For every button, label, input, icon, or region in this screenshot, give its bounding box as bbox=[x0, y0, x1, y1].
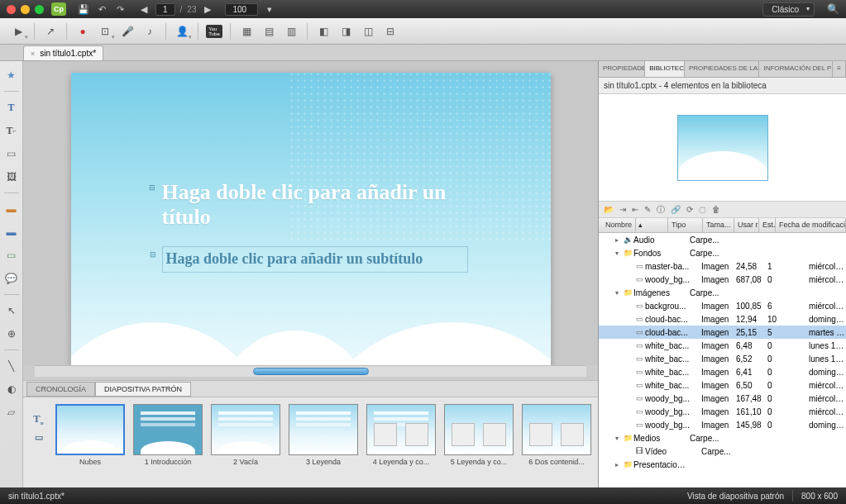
filmstrip-item[interactable]: 3 Leyenda bbox=[289, 404, 358, 481]
col-type[interactable]: Tipo bbox=[668, 218, 703, 232]
close-window-icon[interactable] bbox=[7, 5, 16, 14]
prev-page-icon[interactable]: ◀ bbox=[137, 2, 151, 16]
library-row[interactable]: ▭cloud-bac...Imagen25,155martes 24 de ab… bbox=[599, 326, 846, 339]
library-row[interactable]: ▭woody_bg...Imagen145,980domingo 22 de a… bbox=[599, 418, 846, 431]
text-entry-tool-icon[interactable]: T⌐ bbox=[2, 121, 21, 140]
smart-shape-tool-icon[interactable]: ▱ bbox=[2, 403, 21, 421]
library-row[interactable]: ▸📁Presentaciones bbox=[599, 458, 846, 471]
tab-project-info[interactable]: INFORMACIÓN DEL PROY bbox=[759, 61, 833, 77]
col-use[interactable]: Usar r... bbox=[734, 218, 759, 232]
library-row[interactable]: ▭woody_bg...Imagen167,480miércoles 18 de… bbox=[599, 392, 846, 405]
library-row[interactable]: ▾📁ImágenesCarpe... bbox=[599, 286, 846, 299]
filmstrip-item[interactable]: 6 Dos contenid... bbox=[522, 404, 591, 481]
subtitle-placeholder[interactable]: ⊟ Haga doble clic para añadir un subtítu… bbox=[162, 246, 468, 273]
filmstrip-thumbnail[interactable] bbox=[444, 404, 514, 455]
import-icon[interactable]: ⇥ bbox=[619, 205, 626, 214]
zoom-field[interactable]: 100 bbox=[225, 3, 258, 16]
mouse-tool-icon[interactable]: ↖ bbox=[2, 302, 21, 320]
library-row[interactable]: ▭woody_bg...Imagen687,080miércoles 18 de… bbox=[599, 273, 846, 286]
filmstrip-thumbnail[interactable] bbox=[522, 404, 591, 455]
align-center-button[interactable]: ◫ bbox=[358, 21, 378, 41]
publish-button[interactable]: ↗ bbox=[41, 21, 60, 41]
line-tool-icon[interactable]: ╲ bbox=[2, 357, 21, 375]
edit-icon[interactable]: ✎ bbox=[644, 205, 651, 214]
highlight-tool-icon[interactable]: ▬ bbox=[2, 200, 21, 218]
tab-library[interactable]: BIBLIOTECA bbox=[645, 61, 685, 77]
text-caption-tool-icon[interactable]: T bbox=[2, 98, 21, 116]
click-box-tool-icon[interactable]: ▬ bbox=[2, 223, 21, 241]
library-row[interactable]: ▾📁FondosCarpe... bbox=[599, 246, 846, 259]
library-row[interactable]: 🎞VídeoCarpe... bbox=[599, 445, 846, 458]
image-tool-icon[interactable]: 🖼 bbox=[2, 168, 21, 186]
library-row[interactable]: ▭cloud-bac...Imagen12,9410domingo 22 de … bbox=[599, 312, 846, 326]
text-insert-icon[interactable]: T» bbox=[33, 412, 44, 427]
col-date[interactable]: Fecha de modificación bbox=[776, 218, 846, 232]
library-row[interactable]: ▭woody_bg...Imagen161,100miércoles 25 de… bbox=[599, 405, 846, 418]
twist-icon[interactable]: ▾ bbox=[612, 289, 622, 297]
record-screen-button[interactable]: ⊡ bbox=[95, 21, 115, 41]
col-size[interactable]: Tama... bbox=[703, 218, 734, 232]
align-back-button[interactable]: ◨ bbox=[336, 21, 356, 41]
preview-button[interactable]: ▶ bbox=[8, 21, 28, 41]
text-anim-tool-icon[interactable]: 💬 bbox=[2, 269, 21, 288]
library-row[interactable]: ▭white_bac...Imagen6,480lunes 16 de abri… bbox=[599, 339, 846, 352]
filmstrip-thumbnail[interactable] bbox=[211, 404, 280, 455]
horizontal-scrollbar[interactable] bbox=[35, 365, 586, 377]
undo-icon[interactable]: ↶ bbox=[95, 2, 108, 16]
title-placeholder[interactable]: ⊟ Haga doble clic para añadir un título bbox=[162, 180, 468, 230]
panel-menu-icon[interactable]: ≡ bbox=[833, 61, 846, 77]
youtube-button[interactable]: YouTube bbox=[204, 21, 224, 41]
placeholder-icon[interactable]: ▭ bbox=[35, 432, 43, 443]
filmstrip-thumbnail[interactable] bbox=[55, 404, 125, 455]
button-tool-icon[interactable]: ▭ bbox=[2, 246, 21, 264]
select-unused-icon[interactable]: ◌ bbox=[699, 205, 706, 214]
document-tab[interactable]: × sin título1.cptx* bbox=[23, 45, 103, 60]
audio-button[interactable]: ♪ bbox=[140, 21, 160, 41]
tab-timeline[interactable]: CRONOLOGÍA bbox=[26, 382, 95, 397]
snap-button[interactable]: ▦ bbox=[237, 21, 256, 41]
save-icon[interactable]: 💾 bbox=[77, 2, 90, 16]
filmstrip-thumbnail[interactable] bbox=[133, 404, 203, 455]
favorites-tool-icon[interactable]: ★ bbox=[2, 66, 21, 84]
delete-icon[interactable]: 🗑 bbox=[712, 205, 720, 214]
library-row[interactable]: ▭white_bac...Imagen6,520lunes 16 de abri… bbox=[599, 352, 846, 365]
close-tab-icon[interactable]: × bbox=[31, 50, 35, 58]
zoom-tool-icon[interactable]: ⊕ bbox=[2, 325, 21, 343]
update-icon[interactable]: ⟳ bbox=[686, 205, 693, 214]
library-row[interactable]: ▾📁MediosCarpe... bbox=[599, 431, 846, 445]
tab-properties[interactable]: PROPIEDADES bbox=[599, 61, 645, 77]
library-row[interactable]: ▭white_bac...Imagen6,410domingo 22 de ab… bbox=[599, 365, 846, 378]
col-name[interactable]: Nombre ▴ bbox=[599, 218, 668, 232]
library-row[interactable]: ▭backgrou...Imagen100,856miércoles 11 de… bbox=[599, 299, 846, 312]
widget-tool-icon[interactable]: ◐ bbox=[2, 380, 21, 398]
scrollbar-thumb[interactable] bbox=[253, 368, 369, 375]
filmstrip-thumbnail[interactable] bbox=[366, 404, 436, 455]
minimize-window-icon[interactable] bbox=[21, 5, 30, 14]
properties-icon[interactable]: ⓘ bbox=[657, 204, 665, 216]
open-icon[interactable]: 📂 bbox=[604, 205, 614, 214]
actors-button[interactable]: 👤 bbox=[172, 21, 192, 41]
twist-icon[interactable]: ▾ bbox=[612, 250, 622, 257]
page-current-field[interactable]: 1 bbox=[155, 3, 175, 16]
zoom-dropdown-icon[interactable]: ▾ bbox=[263, 2, 276, 16]
twist-icon[interactable]: ▾ bbox=[612, 435, 622, 442]
library-tree[interactable]: ▸🔉AudioCarpe...▾📁FondosCarpe...▭master-b… bbox=[599, 233, 846, 487]
distribute-button[interactable]: ⊟ bbox=[380, 21, 400, 41]
filmstrip-thumbnail[interactable] bbox=[289, 404, 358, 455]
col-status[interactable]: Est... bbox=[759, 218, 776, 232]
search-icon[interactable]: 🔍 bbox=[827, 3, 839, 15]
filmstrip-item[interactable]: Nubes bbox=[55, 404, 125, 481]
usage-icon[interactable]: 🔗 bbox=[671, 205, 681, 214]
rollover-tool-icon[interactable]: ▭ bbox=[2, 145, 21, 163]
filmstrip-item[interactable]: 5 Leyenda y co... bbox=[444, 404, 514, 481]
next-page-icon[interactable]: ▶ bbox=[201, 2, 214, 16]
library-row[interactable]: ▸🔉AudioCarpe... bbox=[599, 233, 846, 246]
export-icon[interactable]: ⇤ bbox=[632, 205, 638, 214]
record-audio-button[interactable]: 🎤 bbox=[117, 21, 137, 41]
align-front-button[interactable]: ◧ bbox=[313, 21, 333, 41]
tab-presentation-props[interactable]: PROPIEDADES DE LAS PR bbox=[685, 61, 760, 77]
filmstrip-item[interactable]: 1 Introducción bbox=[133, 404, 203, 481]
filmstrip-item[interactable]: 4 Leyenda y co... bbox=[366, 404, 436, 481]
canvas[interactable]: ⊟ Haga doble clic para añadir un título … bbox=[23, 61, 598, 365]
library-row[interactable]: ▭master-ba...Imagen24,581miércoles 11 de… bbox=[599, 259, 846, 273]
